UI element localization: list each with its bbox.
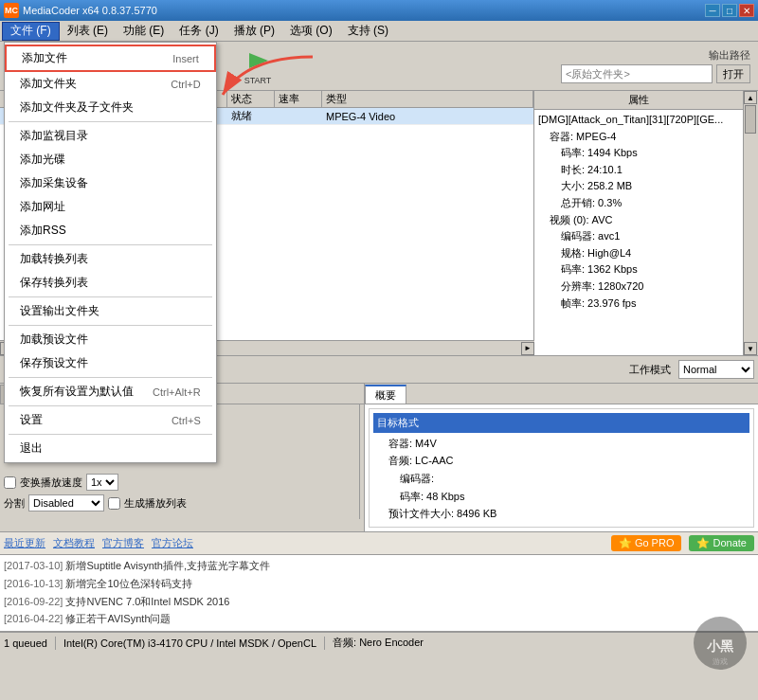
- menu-load-list[interactable]: 加载转换列表: [5, 247, 216, 271]
- speed-row: 变换播放速度 1x: [4, 474, 355, 491]
- col-status: 状态: [227, 91, 275, 107]
- separator-1: [9, 121, 212, 122]
- cell-speed: [275, 116, 322, 117]
- menu-save-preset[interactable]: 保存预设文件: [5, 351, 216, 375]
- menu-add-url[interactable]: 添加网址: [5, 195, 216, 219]
- menu-add-capture[interactable]: 添加采集设备: [5, 171, 216, 195]
- separator-5: [9, 377, 212, 378]
- summary-tabs-area: 概要: [365, 384, 758, 404]
- tab-summary[interactable]: 概要: [365, 385, 406, 404]
- col-type: 类型: [322, 91, 533, 107]
- speed-select[interactable]: 1x: [86, 474, 118, 491]
- right-panel: 概要 目标格式 容器: M4V 音频: LC-AAC 编码器: 码率: 48 K…: [365, 384, 758, 531]
- start-button[interactable]: START: [231, 45, 284, 88]
- tree-audio-encoder: 编码器:: [373, 470, 749, 488]
- menu-load-preset[interactable]: 加载预设文件: [5, 328, 216, 351]
- menu-func[interactable]: 功能 (E): [116, 22, 171, 41]
- close-button[interactable]: ✕: [739, 4, 754, 17]
- news-text-1: 新增Suptitle Avisynth插件,支持蓝光字幕文件: [65, 560, 270, 571]
- tree-audio-bitrate: 码率: 48 Kbps: [373, 488, 749, 506]
- output-open-button[interactable]: 打开: [716, 64, 750, 83]
- properties-content: [DMG][Attack_on_Titan][31][720P][GE... 容…: [534, 110, 743, 314]
- news-text-4: 修正若干AVISynth问题: [65, 613, 171, 624]
- menu-exit[interactable]: 退出: [5, 437, 216, 460]
- menu-support[interactable]: 支持 (S): [340, 22, 396, 41]
- menu-settings[interactable]: 设置 Ctrl+S: [5, 408, 216, 432]
- props-overhead: 总开销: 0.3%: [538, 195, 739, 212]
- menu-play[interactable]: 播放 (P): [226, 22, 282, 41]
- status-bar: 1 queued Intel(R) Core(TM) i3-4170 CPU /…: [0, 632, 758, 653]
- cell-status: 就绪: [227, 108, 275, 124]
- split-label: 分割: [4, 496, 25, 511]
- menu-list[interactable]: 列表 (E): [60, 22, 116, 41]
- tree-root: 目标格式: [373, 413, 749, 433]
- go-pro-icon: ⭐: [619, 537, 632, 548]
- split-select[interactable]: Disabled: [28, 494, 104, 512]
- menu-add-folder[interactable]: 添加文件夹 Ctrl+D: [5, 72, 216, 96]
- props-scroll-down[interactable]: ▼: [744, 342, 757, 355]
- menu-task[interactable]: 任务 (J): [171, 22, 226, 41]
- svg-marker-17: [249, 53, 268, 68]
- minimize-button[interactable]: ─: [705, 4, 720, 17]
- maximize-button[interactable]: □: [722, 4, 737, 17]
- news-area: 最近更新 文档教程 官方博客 官方论坛 ⭐ Go PRO ⭐ Donate [2…: [0, 532, 758, 632]
- work-mode-select[interactable]: Normal: [678, 360, 754, 379]
- go-pro-button[interactable]: ⭐ Go PRO: [611, 535, 682, 551]
- menu-add-folder-recursive[interactable]: 添加文件夹及子文件夹: [5, 96, 216, 119]
- donate-icon: ⭐: [696, 537, 710, 548]
- status-cpu: Intel(R) Core(TM) i3-4170 CPU / Intel MS…: [63, 637, 316, 649]
- output-format-panel: 目标格式 容器: M4V 音频: LC-AAC 编码器: 码率: 48 Kbps…: [365, 404, 758, 531]
- window-title: MediaCoder x64 0.8.37.5770: [23, 5, 705, 16]
- news-date-4: [2016-04-22]: [4, 613, 63, 624]
- output-path-input[interactable]: [561, 64, 713, 83]
- app-icon: MC: [4, 3, 19, 18]
- status-sep-2: [324, 637, 325, 650]
- summary-content: 目标格式 容器: M4V 音频: LC-AAC 编码器: 码率: 48 Kbps…: [365, 404, 758, 531]
- output-format-tree: 目标格式 容器: M4V 音频: LC-AAC 编码器: 码率: 48 Kbps…: [369, 408, 754, 528]
- menu-add-watch-dir[interactable]: 添加监视目录: [5, 124, 216, 148]
- props-duration: 时长: 24:10.1: [538, 162, 739, 179]
- menu-add-disc[interactable]: 添加光碟: [5, 148, 216, 171]
- news-date-3: [2016-09-22]: [4, 596, 63, 607]
- menu-set-output-dir[interactable]: 设置输出文件夹: [5, 299, 216, 323]
- menu-add-file[interactable]: 添加文件 Insert: [5, 45, 216, 72]
- title-bar: MC MediaCoder x64 0.8.37.5770 ─ □ ✕: [0, 0, 758, 21]
- menu-add-rss[interactable]: 添加RSS: [5, 219, 216, 242]
- watermark: 小黑 游戏: [692, 615, 749, 672]
- scroll-right-button[interactable]: ►: [521, 342, 534, 355]
- news-date-1: [2017-03-10]: [4, 560, 63, 571]
- cell-type: MPEG-4 Video: [322, 110, 399, 123]
- news-text-3: 支持NVENC 7.0和Intel MSDK 2016: [65, 596, 229, 607]
- news-actions-bar: 最近更新 文档教程 官方博客 官方论坛 ⭐ Go PRO ⭐ Donate: [0, 532, 758, 555]
- props-scroll-up[interactable]: ▲: [744, 91, 757, 104]
- speed-checkbox[interactable]: [4, 476, 16, 489]
- donate-button[interactable]: ⭐ Donate: [689, 535, 754, 551]
- separator-6: [9, 405, 212, 406]
- props-bitrate: 码率: 1494 Kbps: [538, 145, 739, 162]
- news-tab-docs[interactable]: 文档教程: [53, 536, 95, 550]
- split-row: 分割 Disabled 生成播放列表: [4, 494, 355, 512]
- news-tab-forum[interactable]: 官方论坛: [152, 536, 193, 550]
- props-framerate: 帧率: 23.976 fps: [538, 296, 739, 313]
- playlist-label: 生成播放列表: [124, 496, 187, 511]
- list-item: [2016-09-22] 支持NVENC 7.0和Intel MSDK 2016: [4, 593, 754, 611]
- status-queue: 1 queued: [4, 637, 47, 649]
- news-tab-updates[interactable]: 最近更新: [4, 536, 45, 550]
- tree-filesize: 预计文件大小: 8496 KB: [373, 505, 749, 523]
- playlist-checkbox[interactable]: [108, 497, 120, 510]
- menu-save-list[interactable]: 保存转换列表: [5, 271, 216, 295]
- menu-options[interactable]: 选项 (O): [282, 22, 340, 41]
- news-tab-blog[interactable]: 官方博客: [102, 536, 144, 550]
- props-video: 视频 (0): AVC: [538, 212, 739, 229]
- props-scroll-thumb[interactable]: [745, 105, 756, 134]
- props-size: 大小: 258.2 MB: [538, 178, 739, 195]
- props-scroll-track: [744, 104, 758, 342]
- list-item: [2017-03-10] 新增Suptitle Avisynth插件,支持蓝光字…: [4, 557, 754, 575]
- props-encoder: 编码器: avc1: [538, 228, 739, 245]
- menu-reset-defaults[interactable]: 恢复所有设置为默认值 Ctrl+Alt+R: [5, 380, 216, 404]
- properties-header: 属性: [534, 91, 743, 110]
- props-resolution: 分辨率: 1280x720: [538, 278, 739, 296]
- output-path-label: 输出路径: [709, 48, 750, 63]
- output-path-row: 打开: [561, 64, 750, 83]
- menu-file[interactable]: 文件 (F): [2, 22, 60, 41]
